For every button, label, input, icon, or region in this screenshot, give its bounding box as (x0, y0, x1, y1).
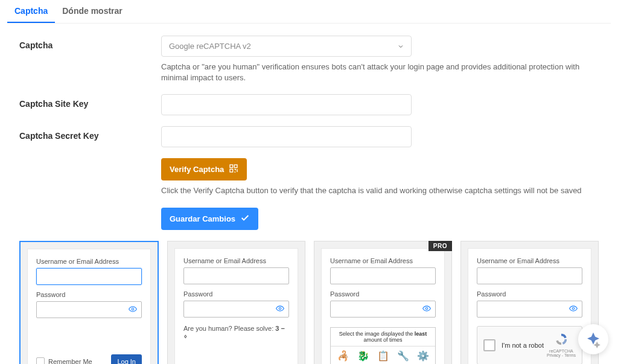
captcha-icon-3: 📋 (377, 350, 389, 362)
recaptcha-logo-icon (547, 333, 576, 349)
captcha-type-select[interactable]: Google reCAPTCHA v2 (161, 36, 412, 57)
save-changes-label: Guardar Cambios (170, 214, 235, 223)
preview-card-iconcaptcha[interactable]: PRO Username or Email Address Password S… (314, 241, 452, 364)
eye-icon (569, 304, 578, 315)
recaptcha-terms: Privacy - Terms (547, 353, 576, 358)
pv-password-input (477, 301, 582, 318)
svg-point-3 (132, 308, 134, 310)
secret-key-label: Captcha Secret Key (19, 126, 161, 141)
pv-username-label: Username or Email Address (36, 258, 142, 265)
pv-username-input (183, 267, 289, 284)
captcha-label: Captcha (19, 36, 161, 50)
eye-icon (422, 304, 431, 315)
svg-point-5 (425, 307, 428, 310)
verify-captcha-button[interactable]: Verify Captcha (161, 158, 247, 180)
pv-password-input (183, 301, 289, 318)
captcha-icon-5: ⚙️ (417, 350, 429, 362)
pv-username-label: Username or Email Address (477, 257, 582, 264)
site-key-label: Captcha Site Key (19, 94, 161, 109)
preview-card-none[interactable]: Username or Email Address Password Remem… (19, 241, 159, 364)
save-changes-button[interactable]: Guardar Cambios (161, 208, 258, 230)
svg-point-6 (572, 307, 575, 310)
pv-recaptcha-widget: I'm not a robot reCAPTCHA Privacy - Term… (477, 326, 582, 364)
pv-iconcaptcha: Select the image displayed the least amo… (330, 327, 436, 364)
pv-username-label: Username or Email Address (330, 257, 436, 264)
svg-point-4 (279, 307, 281, 310)
captcha-icon-4: 🔧 (397, 350, 409, 362)
pv-username-input (330, 267, 436, 284)
captcha-icon-2: 🐉 (357, 350, 369, 362)
floating-help-icon[interactable] (578, 324, 608, 354)
svg-rect-1 (235, 165, 238, 168)
captcha-help-text: Captcha or "are you human" verification … (161, 62, 599, 83)
pv-iconcaptcha-icons: 🦂 🐉 📋 🔧 ⚙️ (331, 346, 435, 364)
pv-password-label: Password (36, 291, 142, 298)
preview-card-recaptcha[interactable]: Username or Email Address Password I'm n… (460, 241, 599, 364)
site-key-input[interactable] (161, 94, 412, 115)
pv-login-button: Log In (111, 354, 142, 364)
captcha-previews: Username or Email Address Password Remem… (7, 241, 611, 364)
pv-remember: Remember Me (36, 357, 92, 364)
recaptcha-brand: reCAPTCHA (547, 349, 576, 354)
verify-help-text: Click the Verify Captcha button to verif… (161, 185, 599, 196)
pro-badge: PRO (428, 241, 452, 251)
qr-icon (229, 164, 238, 175)
recaptcha-text: I'm not a robot (502, 342, 544, 349)
pv-username-label: Username or Email Address (183, 257, 289, 264)
pv-password-input (36, 301, 142, 318)
svg-rect-2 (230, 170, 233, 173)
verify-captcha-label: Verify Captcha (170, 165, 224, 174)
pv-password-label: Password (477, 290, 582, 298)
secret-key-input[interactable] (161, 126, 412, 147)
pv-math-prompt: Are you human? Please solve: 3 − ⬨ (183, 325, 289, 339)
eye-icon (129, 305, 137, 315)
pv-password-label: Password (330, 290, 436, 298)
pv-remember-checkbox (36, 357, 45, 364)
captcha-icon-1: 🦂 (337, 350, 349, 362)
recaptcha-checkbox (483, 339, 495, 351)
svg-rect-0 (230, 165, 233, 168)
preview-card-math[interactable]: Username or Email Address Password Are y… (167, 241, 305, 364)
tab-donde-mostrar[interactable]: Dónde mostrar (55, 0, 130, 23)
eye-icon (276, 304, 284, 315)
settings-tabs: Captcha Dónde mostrar (7, 0, 611, 24)
check-icon (240, 213, 250, 225)
pv-password-input (330, 301, 436, 318)
pv-username-input (36, 268, 142, 285)
pv-username-input (477, 267, 582, 284)
pv-password-label: Password (183, 290, 289, 298)
tab-captcha[interactable]: Captcha (7, 0, 55, 23)
